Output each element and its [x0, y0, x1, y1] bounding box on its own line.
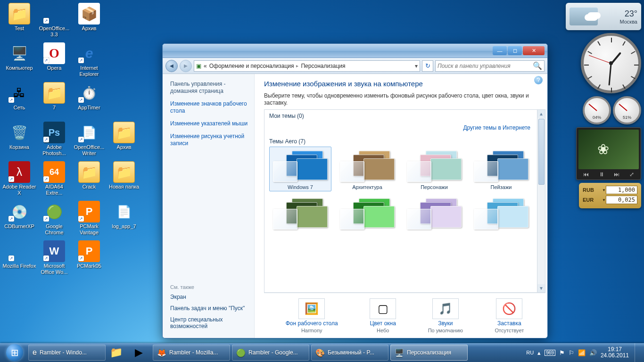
scrollbar[interactable]: ▲ ▼ [537, 110, 545, 292]
desktop-icon-pcmark05[interactable]: PCMark05 [72, 239, 107, 279]
sidebar-link-2[interactable]: Изменение рисунка учетной записи [170, 133, 250, 147]
desktop-icon-apptimer[interactable]: AppTimer [72, 81, 107, 121]
show-desktop-button[interactable] [635, 343, 641, 362]
system-tray: RU ▴ 969 ⚑ ⚐ 📶 🔊 19:17 24.06.2011 [526, 343, 642, 362]
minimize-button[interactable]: — [493, 46, 507, 55]
desktop-icon-cdburnerxp[interactable]: CDBurnerXP [2, 200, 37, 239]
tray-keyboard-icon[interactable]: 969 [545, 350, 555, 356]
scroll-down-icon[interactable]: ▼ [537, 284, 545, 292]
desktop-icon-crack[interactable]: Crack [72, 160, 107, 200]
nav-forward-button[interactable]: ► [180, 60, 192, 72]
currency-gadget[interactable]: RUB▼1,000EUR▼0,025 [579, 183, 641, 208]
seealso-link-0[interactable]: Экран [170, 294, 250, 300]
start-button[interactable] [2, 343, 27, 362]
desktop-icon-openoffice-writer[interactable]: OpenOffice... Writer [72, 121, 107, 160]
theme-unnamed[interactable] [470, 194, 532, 233]
refresh-button[interactable]: ↻ [422, 60, 433, 72]
currency-row-eur[interactable]: EUR▼0,025 [583, 196, 637, 204]
sidebar-link-0[interactable]: Изменение значков рабочего стола [170, 100, 250, 115]
theme-архитектура[interactable]: Архитектура [336, 147, 398, 191]
desktop-icon-internet-explorer[interactable]: Internet Explorer [72, 41, 107, 81]
search-icon[interactable]: 🔍 [533, 61, 542, 70]
theme-персонажи[interactable]: Персонажи [403, 147, 465, 191]
slideshow-expand-icon[interactable]: ⤢ [629, 171, 634, 178]
cpu-ram-gadget[interactable]: 04% 51% [583, 96, 641, 124]
ie-icon [78, 42, 100, 64]
taskbar-item-personalize[interactable]: 🖥️Персонализация [390, 345, 468, 361]
theme-пейзажи[interactable]: Пейзажи [470, 147, 532, 191]
slideshow-gadget[interactable]: ⏮ ⏸ ⏭ ⤢ [576, 127, 641, 180]
breadcrumb-prefix[interactable]: « [204, 63, 207, 69]
seealso-link-1[interactable]: Панель задач и меню "Пуск" [170, 305, 250, 312]
tray-action-center-icon[interactable]: ⚐ [569, 349, 574, 356]
close-button[interactable]: ✕ [523, 46, 545, 55]
desktop-icon-aida64-extre-[interactable]: AIDA64 Extre... [37, 160, 72, 200]
taskbar-pin-wmp[interactable]: ▶ [129, 343, 152, 362]
desktop-icon-opera[interactable]: Opera [37, 41, 72, 81]
desktop-icon-google-chrome[interactable]: Google Chrome [37, 200, 72, 239]
desktop-icon-компьютер[interactable]: Компьютер [2, 41, 37, 81]
sound-icon: 🎵 [432, 298, 459, 319]
help-icon[interactable]: ? [534, 76, 543, 84]
desktop-icon-test[interactable]: Test [2, 2, 37, 41]
desktop-icon-log-app-7[interactable]: log_app_7 [107, 200, 141, 239]
taskbar-item-paint[interactable]: 🎨Безымянный - P... [311, 345, 388, 361]
taskbar-item-chrome[interactable]: 🟢Rambler - Google... [232, 345, 309, 361]
sidebar-link-1[interactable]: Изменение указателей мыши [170, 120, 250, 127]
sidebar-home-link[interactable]: Панель управления - домашняя страница [170, 81, 250, 95]
bottom-bg[interactable]: 🖼️Фон рабочего столаHarmony [286, 298, 338, 333]
desktop-icon-mozilla-firefox[interactable]: Mozilla Firefox [2, 239, 37, 279]
bottom-saver[interactable]: 🚫ЗаставкаОтсутствует [495, 298, 524, 333]
tray-volume-icon[interactable]: 🔊 [589, 349, 597, 356]
desktop-icon-архив[interactable]: Архив [107, 121, 141, 160]
theme-unnamed[interactable] [403, 194, 465, 233]
maximize-button[interactable]: ◻ [508, 46, 522, 55]
tray-chevron-up-icon[interactable]: ▴ [537, 349, 541, 356]
breadcrumb-personalization[interactable]: Персонализация [301, 63, 345, 69]
taskbar-pin-explorer[interactable]: 📁 [107, 343, 129, 362]
desktop-icon-adobe-reader-x[interactable]: Adobe Reader X [2, 160, 37, 200]
desktop-icon-microsoft-office-wo-[interactable]: Microsoft Office Wo... [37, 239, 72, 279]
theme-windows-7[interactable]: Windows 7 [269, 147, 331, 191]
theme-unnamed[interactable] [336, 194, 398, 233]
weather-city: Москва [619, 19, 637, 25]
tray-network-icon[interactable]: 📶 [578, 349, 586, 356]
weather-gadget[interactable]: 23° Москва [566, 3, 641, 30]
more-themes-link[interactable]: Другие темы в Интернете [463, 124, 530, 131]
desktop-icon-корзина[interactable]: Корзина [2, 121, 37, 160]
desktop-icon-openoffice-3-3[interactable]: OpenOffice... 3.3 [37, 2, 72, 41]
currency-row-rub[interactable]: RUB▼1,000 [583, 186, 637, 194]
seealso-link-2[interactable]: Центр специальных возможностей [170, 316, 250, 329]
cdb-icon [8, 201, 30, 222]
search-input[interactable] [438, 63, 533, 69]
taskbar-item-ff[interactable]: 🦊Rambler - Mozilla... [153, 345, 230, 361]
bottom-sound[interactable]: 🎵ЗвукиПо умолчанию [428, 298, 463, 333]
desktop-icon-7[interactable]: 7 [37, 81, 72, 121]
scroll-thumb[interactable] [538, 119, 545, 185]
gadgets-panel: 23° Москва 04% 51% ⏮ ⏸ ⏭ ⤢ RUB▼1,000EUR▼… [566, 3, 641, 208]
slideshow-pause-icon[interactable]: ⏸ [599, 171, 604, 178]
tray-clock[interactable]: 19:17 24.06.2011 [601, 346, 629, 359]
desktop-icon-сеть[interactable]: Сеть [2, 81, 37, 121]
scroll-up-icon[interactable]: ▲ [537, 110, 545, 118]
slideshow-next-icon[interactable]: ⏭ [614, 171, 619, 178]
tray-flag-icon[interactable]: ⚑ [559, 349, 565, 356]
desktop-icon-adobe-photosh-[interactable]: Adobe Photosh... [37, 121, 72, 160]
nav-back-button[interactable]: ◄ [165, 60, 178, 72]
slideshow-prev-icon[interactable]: ⏮ [583, 171, 589, 178]
net-icon [8, 82, 30, 104]
theme-unnamed[interactable] [269, 194, 331, 233]
clock-gadget[interactable] [581, 33, 641, 93]
titlebar[interactable]: — ◻ ✕ [163, 44, 547, 58]
address-dropdown-icon[interactable]: ▾ [415, 63, 418, 69]
breadcrumb-appearance[interactable]: Оформление и персонализация [209, 63, 294, 69]
desktop-icon-pcmark-vantage[interactable]: PCMark Vantage [72, 200, 107, 239]
taskbar-item-ie[interactable]: eRambler - Windo... [28, 345, 106, 361]
desktop-icon-архив[interactable]: Архив [72, 2, 107, 41]
paint-icon: 🎨 [315, 348, 325, 357]
tray-lang[interactable]: RU [526, 350, 534, 355]
bottom-color[interactable]: ▢Цвет окнаНебо [370, 298, 396, 333]
desktop-icon-новая-папка[interactable]: Новая папка [107, 160, 141, 200]
address-bar[interactable]: ▣ « Оформление и персонализация ▸ Персон… [194, 60, 420, 72]
search-field[interactable]: 🔍 [435, 60, 545, 72]
